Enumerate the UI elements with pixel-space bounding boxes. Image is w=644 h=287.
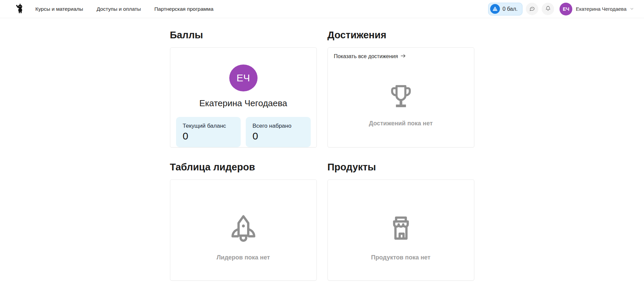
user-menu[interactable]: ЕЧ Екатерина Чегодаева xyxy=(560,3,634,15)
profile-avatar: ЕЧ xyxy=(229,65,258,91)
robot-logo-icon xyxy=(15,3,24,15)
chevron-down-icon xyxy=(630,6,634,12)
points-badge-label: 0 бал. xyxy=(503,6,518,12)
leaderboard-section-title: Таблица лидеров xyxy=(170,162,317,173)
total-earned-label: Всего набрано xyxy=(252,123,304,129)
section-products: Продукты Продуктов пока нет xyxy=(328,162,474,281)
trophy-icon xyxy=(387,82,415,111)
section-achievements: Достижения Показать все достижения xyxy=(328,30,474,148)
notifications-button[interactable] xyxy=(542,3,554,15)
nav-item-partner-program[interactable]: Партнерская программа xyxy=(154,6,213,12)
total-earned-value: 0 xyxy=(252,130,304,142)
storefront-icon xyxy=(385,214,416,245)
dashboard-grid: Баллы ЕЧ Екатерина Чегодаева Текущий бал… xyxy=(170,30,474,281)
section-leaderboard: Таблица лидеров Лидеров пока нет xyxy=(170,162,317,281)
show-all-achievements-link[interactable]: Показать все достижения xyxy=(334,53,406,59)
products-card: Продуктов пока нет xyxy=(328,179,474,281)
achievements-section-title: Достижения xyxy=(328,30,474,41)
points-section-title: Баллы xyxy=(170,30,317,41)
nav-item-courses[interactable]: Курсы и материалы xyxy=(35,6,83,12)
profile-name: Екатерина Чегодаева xyxy=(199,98,287,109)
top-navbar: Курсы и материалы Доступы и оплаты Партн… xyxy=(0,0,644,18)
chat-button[interactable] xyxy=(526,3,538,15)
chat-bubble-icon xyxy=(529,5,536,13)
section-points: Баллы ЕЧ Екатерина Чегодаева Текущий бал… xyxy=(170,30,317,148)
arrow-right-icon xyxy=(400,53,406,59)
bell-icon xyxy=(545,5,551,13)
total-earned-box: Всего набрано 0 xyxy=(246,117,311,147)
current-balance-label: Текущий баланс xyxy=(183,123,234,129)
achievements-empty-text: Достижений пока нет xyxy=(369,120,433,127)
achievements-card: Показать все достижения Достижений xyxy=(328,47,474,148)
products-section-title: Продукты xyxy=(328,162,474,173)
header-actions: 0 бал. ЕЧ Екат xyxy=(488,3,634,15)
current-balance-value: 0 xyxy=(183,130,234,142)
points-card: ЕЧ Екатерина Чегодаева Текущий баланс 0 … xyxy=(170,47,317,148)
user-avatar: ЕЧ xyxy=(560,3,572,15)
points-stats-row: Текущий баланс 0 Всего набрано 0 xyxy=(176,117,311,147)
app-logo[interactable] xyxy=(15,3,24,15)
show-all-achievements-label: Показать все достижения xyxy=(334,53,398,59)
nav-item-access-payments[interactable]: Доступы и оплаты xyxy=(97,6,141,12)
products-empty-text: Продуктов пока нет xyxy=(371,254,430,261)
user-name: Екатерина Чегодаева xyxy=(576,6,626,12)
current-balance-box: Текущий баланс 0 xyxy=(176,117,241,147)
points-badge[interactable]: 0 бал. xyxy=(488,3,523,15)
points-triangle-icon xyxy=(490,4,500,14)
main-nav: Курсы и материалы Доступы и оплаты Партн… xyxy=(35,6,213,12)
leaderboard-card: Лидеров пока нет xyxy=(170,179,317,281)
rocket-icon xyxy=(228,214,259,245)
leaderboard-empty-text: Лидеров пока нет xyxy=(216,254,270,261)
